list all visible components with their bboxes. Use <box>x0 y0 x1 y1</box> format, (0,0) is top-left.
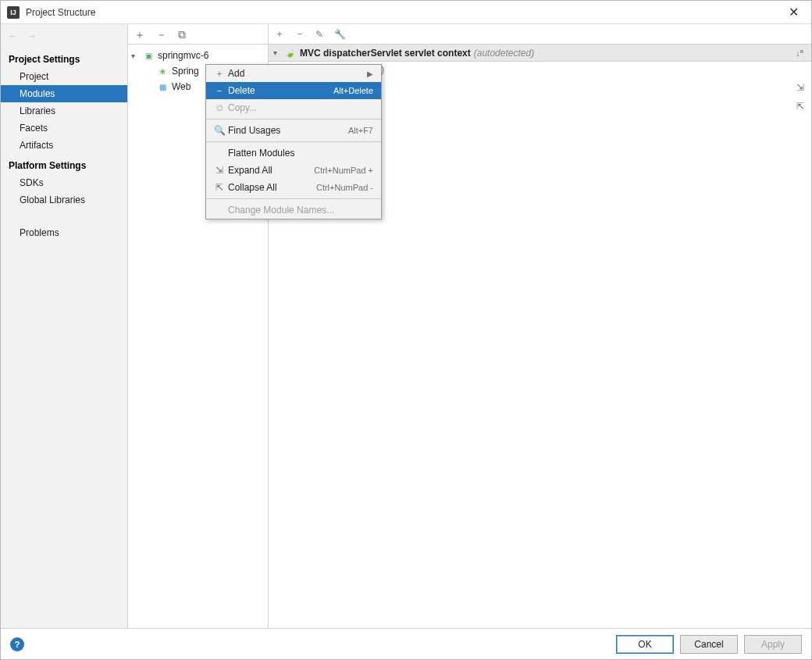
window-body: ← → Project Settings Project Modules Lib… <box>1 24 811 628</box>
context-title-muted: (autodetected) <box>474 48 534 59</box>
modules-toolbar: ＋ － ⧉ <box>128 24 268 45</box>
collapse-icon: ⇱ <box>212 182 226 193</box>
ctx-label: Change Module Names... <box>226 205 373 216</box>
context-title: MVC dispatcherServlet servlet context <box>300 48 471 59</box>
ctx-label: Find Usages <box>226 125 348 136</box>
ctx-separator <box>206 119 381 120</box>
ctx-label: Delete <box>226 85 333 96</box>
sidebar-item-sdks[interactable]: SDKs <box>1 174 127 191</box>
copy-icon: ⧉ <box>212 102 226 113</box>
section-project-settings: Project Settings <box>1 48 127 68</box>
remove-module-icon[interactable]: － <box>156 29 167 40</box>
ctx-add[interactable]: ＋ Add ▶ <box>206 65 381 82</box>
chevron-down-icon: ▾ <box>131 52 142 60</box>
tree-node-label: Spring <box>172 66 199 77</box>
project-structure-window: IJ Project Structure ✕ ← → Project Setti… <box>0 0 812 660</box>
add-module-icon[interactable]: ＋ <box>134 29 145 40</box>
expand-all-icon[interactable]: ⇲ <box>792 80 808 95</box>
ctx-flatten[interactable]: Flatten Modules <box>206 144 381 162</box>
ctx-separator <box>206 141 381 142</box>
help-icon[interactable]: ? <box>10 637 24 651</box>
window-title: Project Structure <box>26 7 782 18</box>
edit-context-icon[interactable]: ✎ <box>315 29 323 40</box>
minus-icon: － <box>212 84 226 98</box>
sidebar-item-facets[interactable]: Facets <box>1 120 127 137</box>
detail-toolbar: ＋ － ✎ 🔧 <box>269 24 811 45</box>
sidebar-item-project[interactable]: Project <box>1 68 127 85</box>
ctx-collapse-all[interactable]: ⇱ Collapse All Ctrl+NumPad - <box>206 179 381 196</box>
ctx-copy: ⧉ Copy... <box>206 99 381 116</box>
ctx-label: Collapse All <box>226 182 316 193</box>
settings-sidebar: ← → Project Settings Project Modules Lib… <box>1 24 128 628</box>
back-icon[interactable]: ← <box>9 30 18 41</box>
ctx-shortcut: Ctrl+NumPad + <box>314 166 373 175</box>
ctx-find-usages[interactable]: 🔍 Find Usages Alt+F7 <box>206 122 381 139</box>
ok-button[interactable]: OK <box>616 635 674 654</box>
tree-root-label: springmvc-6 <box>158 50 208 61</box>
apply-button[interactable]: Apply <box>744 635 802 654</box>
detail-right-tools: ⇲ ⇱ <box>792 80 808 113</box>
context-header[interactable]: ▾ 🍃 MVC dispatcherServlet servlet contex… <box>269 45 811 62</box>
ctx-expand-all[interactable]: ⇲ Expand All Ctrl+NumPad + <box>206 162 381 179</box>
wrench-icon[interactable]: 🔧 <box>334 29 346 40</box>
context-menu: ＋ Add ▶ － Delete Alt+Delete ⧉ Copy... 🔍 … <box>205 64 382 219</box>
app-icon: IJ <box>7 6 20 19</box>
sidebar-item-modules[interactable]: Modules <box>1 85 127 102</box>
close-icon[interactable]: ✕ <box>782 5 805 20</box>
spring-icon: ❀ <box>156 65 169 77</box>
copy-module-icon[interactable]: ⧉ <box>178 29 186 40</box>
section-platform-settings: Platform Settings <box>1 154 127 174</box>
add-context-icon[interactable]: ＋ <box>275 27 284 41</box>
ctx-label: Copy... <box>226 102 373 113</box>
expand-icon: ⇲ <box>212 165 226 176</box>
tree-node-label: Web <box>172 81 191 92</box>
tree-root[interactable]: ▾ ▣ springmvc-6 <box>128 48 268 63</box>
sidebar-item-libraries[interactable]: Libraries <box>1 102 127 120</box>
forward-icon[interactable]: → <box>27 30 37 41</box>
search-icon: 🔍 <box>212 125 226 136</box>
ctx-label: Add <box>226 68 367 79</box>
submenu-arrow-icon: ▶ <box>367 70 373 78</box>
remove-context-icon[interactable]: － <box>295 27 304 41</box>
plus-icon: ＋ <box>212 67 226 80</box>
titlebar: IJ Project Structure ✕ <box>1 1 811 24</box>
chevron-down-icon: ▾ <box>273 48 284 57</box>
ctx-change-names: Change Module Names... <box>206 202 381 219</box>
collapse-all-icon[interactable]: ⇱ <box>792 99 808 113</box>
ctx-label: Expand All <box>226 165 314 176</box>
dialog-footer: ? OK Cancel Apply <box>1 628 811 659</box>
ctx-shortcut: Alt+Delete <box>333 86 373 95</box>
ctx-delete[interactable]: － Delete Alt+Delete <box>206 82 381 99</box>
module-icon: ▣ <box>142 49 155 62</box>
sidebar-item-artifacts[interactable]: Artifacts <box>1 137 127 154</box>
web-icon: ▦ <box>156 80 169 93</box>
spring-context-icon: 🍃 <box>284 47 297 59</box>
ctx-shortcut: Alt+F7 <box>348 126 373 135</box>
sort-icon[interactable]: ↓ª <box>791 46 808 60</box>
nav-arrows: ← → <box>1 24 127 48</box>
ctx-label: Flatten Modules <box>226 148 373 159</box>
ctx-separator <box>206 198 381 199</box>
sidebar-item-global-libraries[interactable]: Global Libraries <box>1 191 127 209</box>
ctx-shortcut: Ctrl+NumPad - <box>316 183 373 192</box>
sidebar-item-problems[interactable]: Problems <box>1 224 127 241</box>
cancel-button[interactable]: Cancel <box>680 635 738 654</box>
